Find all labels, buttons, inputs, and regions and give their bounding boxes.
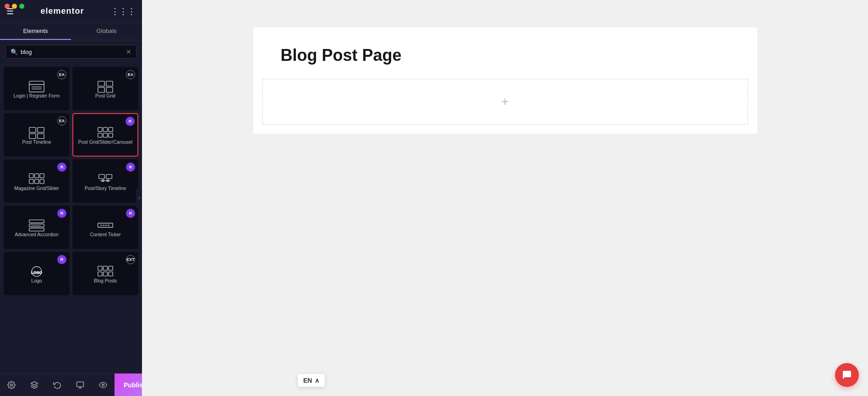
element-card-magazine-grid-slider[interactable]: R Magazine Grid/Slider — [4, 159, 70, 203]
eye-icon[interactable] — [92, 374, 115, 396]
svg-rect-16 — [104, 133, 108, 137]
svg-rect-9 — [38, 127, 44, 132]
main-canvas: Blog Post Page + EN ∧ — [142, 0, 868, 396]
post-grid-icon — [97, 80, 114, 93]
svg-rect-14 — [109, 127, 113, 131]
search-icon: 🔍 — [11, 49, 18, 55]
advanced-accordion-icon — [28, 219, 45, 232]
svg-rect-25 — [106, 174, 112, 179]
svg-rect-42 — [109, 266, 113, 270]
svg-rect-12 — [98, 127, 102, 131]
badge-r-magazine: R — [57, 163, 66, 172]
plus-icon: + — [501, 94, 508, 109]
tab-elements[interactable]: Elements — [0, 23, 71, 40]
badge-r-ticker: R — [126, 209, 135, 218]
footer-icons — [0, 374, 115, 396]
element-card-post-story-timeline[interactable]: R Post/Story Timeline — [72, 159, 138, 203]
svg-rect-5 — [106, 81, 113, 86]
blog-posts-icon — [97, 265, 114, 278]
svg-rect-22 — [35, 179, 39, 184]
svg-rect-41 — [104, 266, 108, 270]
search-clear-icon[interactable]: ✕ — [126, 48, 131, 55]
svg-rect-6 — [98, 87, 104, 92]
settings-icon[interactable] — [0, 374, 23, 396]
chat-icon — [841, 369, 852, 380]
badge-ea-posttimeline: EA — [57, 116, 66, 125]
search-box: 🔍 ✕ — [5, 45, 136, 59]
svg-rect-44 — [104, 272, 108, 276]
svg-rect-17 — [109, 133, 113, 137]
svg-point-46 — [11, 384, 13, 386]
drop-zone[interactable]: + — [262, 79, 748, 125]
svg-rect-0 — [29, 81, 44, 92]
chat-button[interactable] — [835, 363, 859, 387]
svg-rect-24 — [99, 174, 105, 179]
traffic-lights — [5, 4, 24, 9]
badge-r-postgridslider: R — [126, 117, 135, 126]
svg-text:LOGO: LOGO — [31, 270, 42, 274]
history-icon[interactable] — [46, 374, 69, 396]
search-container: 🔍 ✕ — [0, 40, 142, 63]
element-card-login-register-form[interactable]: EA Login | Register Form — [4, 67, 70, 110]
dot-green — [19, 4, 24, 9]
responsive-icon[interactable] — [69, 374, 92, 396]
element-label-magazine-grid-slider: Magazine Grid/Slider — [14, 185, 59, 192]
svg-rect-32 — [29, 228, 44, 231]
search-input[interactable] — [21, 49, 123, 55]
element-label-post-story-timeline: Post/Story Timeline — [85, 185, 126, 192]
svg-rect-10 — [29, 133, 36, 138]
element-label-logo: Logo — [31, 278, 42, 284]
svg-rect-29 — [29, 220, 44, 222]
svg-rect-48 — [77, 382, 84, 387]
badge-r-logo: R — [57, 255, 66, 264]
svg-rect-23 — [40, 179, 44, 184]
element-label-post-grid: Post Grid — [95, 93, 115, 99]
page-title: Blog Post Page — [253, 27, 757, 79]
logo-icon: LOGO — [28, 265, 45, 278]
svg-rect-13 — [104, 127, 108, 131]
element-card-logo[interactable]: R LOGO Logo — [4, 252, 70, 295]
login-form-icon — [28, 80, 45, 93]
element-card-post-timeline[interactable]: EA Post Timeline — [4, 113, 70, 157]
element-label-blog-posts: Blog Posts — [94, 278, 117, 284]
svg-rect-20 — [40, 174, 44, 178]
sidebar-footer: Publish ∧ — [0, 373, 142, 396]
badge-ea: EA — [57, 70, 66, 79]
tab-globals[interactable]: Globals — [71, 23, 142, 40]
canvas-area: Blog Post Page + — [142, 0, 868, 396]
element-label-content-ticker: Content Ticker — [90, 232, 121, 238]
svg-rect-40 — [98, 266, 102, 270]
post-story-timeline-icon — [97, 173, 114, 185]
grid-icon[interactable]: ⋮⋮⋮ — [111, 6, 136, 16]
element-card-content-ticker[interactable]: R Content Ticker — [72, 206, 138, 249]
language-chevron-icon: ∧ — [315, 377, 319, 384]
panel-tabs: Elements Globals — [0, 23, 142, 40]
svg-rect-45 — [109, 272, 113, 276]
sidebar: ☰ elementor ⋮⋮⋮ Elements Globals 🔍 ✕ EA … — [0, 0, 142, 396]
badge-ea-postgrid: EA — [126, 70, 135, 79]
app-logo: elementor — [40, 6, 84, 16]
element-card-blog-posts[interactable]: EXT Blog Posts — [72, 252, 138, 295]
collapse-handle[interactable]: ‹ — [136, 189, 142, 207]
svg-point-51 — [102, 384, 104, 386]
post-timeline-icon — [28, 126, 45, 139]
svg-rect-7 — [106, 87, 113, 92]
elements-grid: EA Login | Register Form EA Post Grid EA — [0, 63, 142, 373]
svg-rect-19 — [35, 174, 39, 178]
element-label-post-timeline: Post Timeline — [22, 139, 51, 146]
element-label-login-register-form: Login | Register Form — [14, 93, 60, 99]
badge-r-poststory: R — [126, 163, 135, 172]
svg-rect-18 — [29, 174, 33, 178]
svg-rect-8 — [29, 127, 36, 132]
element-label-post-grid-slider-carousel: Post Grid/Slider/Carousel — [78, 139, 132, 146]
language-label: EN — [303, 377, 312, 384]
element-card-post-grid-slider-carousel[interactable]: R Post Grid/Slider/Carousel — [72, 113, 138, 157]
svg-rect-4 — [98, 81, 104, 86]
element-label-advanced-accordion: Advanced Accordion — [15, 232, 59, 238]
layers-icon[interactable] — [23, 374, 46, 396]
content-ticker-icon — [97, 219, 114, 232]
element-card-post-grid[interactable]: EA Post Grid — [72, 67, 138, 110]
language-bar[interactable]: EN ∧ — [298, 374, 325, 387]
element-card-advanced-accordion[interactable]: R Advanced Accordion — [4, 206, 70, 249]
dot-yellow — [12, 4, 17, 9]
